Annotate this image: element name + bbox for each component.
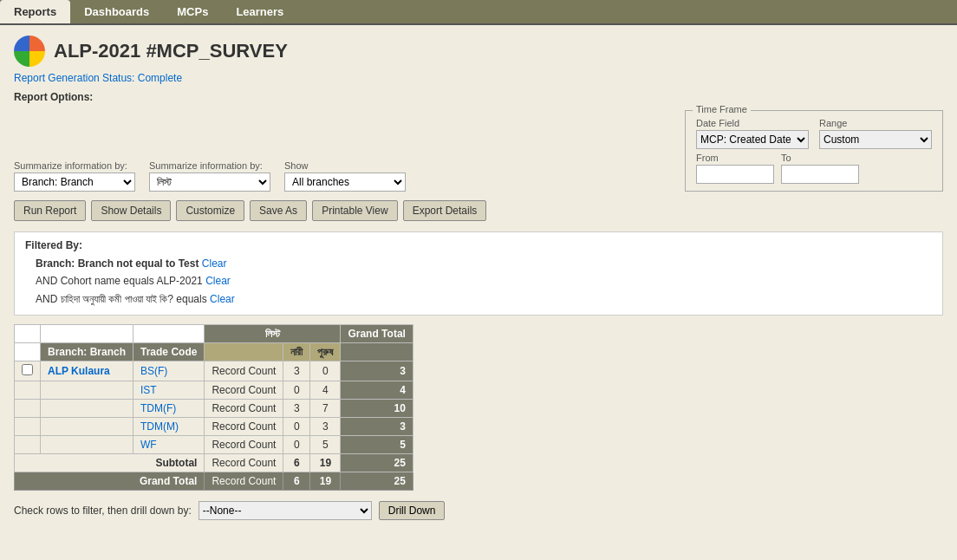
subtotal-metric: Record Count	[205, 454, 283, 472]
table-row: ALP Kulaura BS(F) Record Count 3 0 3	[15, 361, 413, 381]
trade-cell[interactable]: BS(F)	[133, 361, 205, 381]
run-report-button[interactable]: Run Report	[14, 200, 86, 221]
subtotal-label: Subtotal	[15, 454, 205, 472]
row-checkbox-cell[interactable]	[15, 361, 41, 381]
time-frame-legend: Time Frame	[693, 104, 751, 114]
time-frame-inner: Date Field MCP: Created Date Range Custo…	[696, 118, 932, 184]
grand-total-label: Grand Total	[15, 472, 205, 491]
page-title: ALP-2021 #MCP_SURVEY	[54, 40, 288, 62]
form-row: Summarize information by: Branch: Branch…	[14, 110, 943, 192]
metric-cell: Record Count	[205, 361, 283, 381]
col-branch-header: Branch: Branch	[41, 343, 133, 361]
summarize1-label: Summarize information by:	[14, 160, 135, 171]
table-row: WF Record Count 0 5 5	[15, 436, 413, 454]
th-checkbox-col	[15, 343, 41, 361]
branch-empty-cell	[41, 418, 133, 436]
branch-empty-cell	[41, 400, 133, 418]
filter-clear-3[interactable]: Clear	[210, 293, 235, 305]
report-status: Report Generation Status: Complete	[14, 72, 943, 84]
purush-cell: 5	[310, 436, 341, 454]
metric-cell: Record Count	[205, 436, 283, 454]
title-row: ALP-2021 #MCP_SURVEY	[14, 36, 943, 67]
filter-line-1: Branch: Branch not equal to Test Clear	[36, 255, 932, 272]
save-as-button[interactable]: Save As	[250, 200, 307, 221]
drill-down-button[interactable]: Drill Down	[379, 501, 446, 520]
from-to-row: From To	[696, 153, 932, 184]
range-label: Range	[819, 118, 932, 128]
th-empty1	[15, 325, 41, 343]
purush-cell: 7	[310, 400, 341, 418]
show-details-button[interactable]: Show Details	[91, 200, 171, 221]
purush-cell: 3	[310, 418, 341, 436]
nari-cell: 0	[283, 418, 310, 436]
date-field-group: Date Field MCP: Created Date	[696, 118, 809, 149]
nav-dashboards[interactable]: Dashboards	[70, 0, 163, 23]
col-metric-header	[205, 343, 283, 361]
grand-total-metric: Record Count	[205, 472, 283, 491]
row-empty-checkbox	[15, 436, 41, 454]
col-nari-header: নারী	[283, 343, 310, 361]
grand-total-cell: 10	[341, 400, 413, 418]
drill-down-row: Check rows to filter, then drill down by…	[14, 501, 943, 520]
trade-cell[interactable]: WF	[133, 436, 205, 454]
nari-cell: 0	[283, 436, 310, 454]
from-input[interactable]	[696, 165, 774, 184]
to-input[interactable]	[781, 165, 859, 184]
filter-clear-1[interactable]: Clear	[202, 257, 227, 270]
filter-line-2: AND Cohort name equals ALP-2021 Clear	[36, 272, 932, 290]
col-trade-header: Trade Code	[133, 343, 205, 361]
grand-total-val: 25	[341, 472, 413, 491]
col-grand-total-subheader	[341, 343, 413, 361]
branch-empty-cell	[41, 436, 133, 454]
summarize2-label: Summarize information by:	[149, 160, 270, 171]
table-row: Grand Total Record Count 6 19 25	[15, 472, 413, 491]
filter-box: Filtered By: Branch: Branch not equal to…	[14, 231, 943, 316]
time-frame-box: Time Frame Date Field MCP: Created Date …	[685, 110, 943, 192]
row-empty-checkbox	[15, 418, 41, 436]
date-field-select[interactable]: MCP: Created Date	[696, 130, 809, 149]
table-row: Subtotal Record Count 6 19 25	[15, 454, 413, 472]
filter-line-2-text: AND Cohort name equals ALP-2021	[36, 275, 203, 287]
page-content: ALP-2021 #MCP_SURVEY Report Generation S…	[0, 25, 957, 545]
nari-cell: 3	[283, 400, 310, 418]
metric-cell: Record Count	[205, 381, 283, 400]
range-group: Range Custom	[819, 118, 932, 149]
filter-line-3-text: AND চাহিদা অনুযায়ী কমী পাওয়া যাই কি? e…	[36, 293, 207, 305]
trade-cell[interactable]: TDM(F)	[133, 400, 205, 418]
customize-button[interactable]: Customize	[176, 200, 244, 221]
drill-down-select[interactable]: --None--	[199, 501, 372, 520]
table-row: TDM(M) Record Count 0 3 3	[15, 418, 413, 436]
branch-empty-cell	[41, 381, 133, 400]
to-group: To	[781, 153, 859, 184]
nav-learners[interactable]: Learners	[222, 0, 297, 23]
col-purush-header: পুরুষ	[310, 343, 341, 361]
range-select[interactable]: Custom	[819, 130, 932, 149]
grand-total-cell: 4	[341, 381, 413, 400]
nari-cell: 3	[283, 361, 310, 381]
grand-total-cell: 3	[341, 361, 413, 381]
nav-mcps[interactable]: MCPs	[163, 0, 222, 23]
filter-line-3: AND চাহিদা অনুযায়ী কমী পাওয়া যাই কি? e…	[36, 290, 932, 308]
th-empty3	[133, 325, 205, 343]
printable-view-button[interactable]: Printable View	[312, 200, 398, 221]
purush-cell: 0	[310, 361, 341, 381]
filter-line-1-text: Branch: Branch not equal to Test	[36, 257, 199, 270]
summarize1-select[interactable]: Branch: Branch	[14, 173, 135, 192]
nav-reports[interactable]: Reports	[0, 0, 70, 23]
summarize2-group: Summarize information by: লিস্ট	[149, 160, 270, 192]
date-field-label: Date Field	[696, 118, 809, 128]
row-checkbox[interactable]	[22, 364, 33, 375]
subtotal-nari: 6	[283, 454, 310, 472]
trade-cell[interactable]: IST	[133, 381, 205, 400]
show-select[interactable]: All branches	[284, 173, 406, 192]
export-details-button[interactable]: Export Details	[403, 200, 487, 221]
branch-link[interactable]: ALP Kulaura	[48, 365, 110, 377]
grand-total-cell: 3	[341, 418, 413, 436]
logo-icon	[14, 36, 45, 67]
summarize2-select[interactable]: লিস্ট	[149, 173, 270, 192]
summarize1-group: Summarize information by: Branch: Branch	[14, 160, 135, 192]
grand-total-nari: 6	[283, 472, 310, 491]
filter-clear-2[interactable]: Clear	[205, 275, 231, 287]
trade-cell[interactable]: TDM(M)	[133, 418, 205, 436]
th-empty2	[41, 325, 133, 343]
